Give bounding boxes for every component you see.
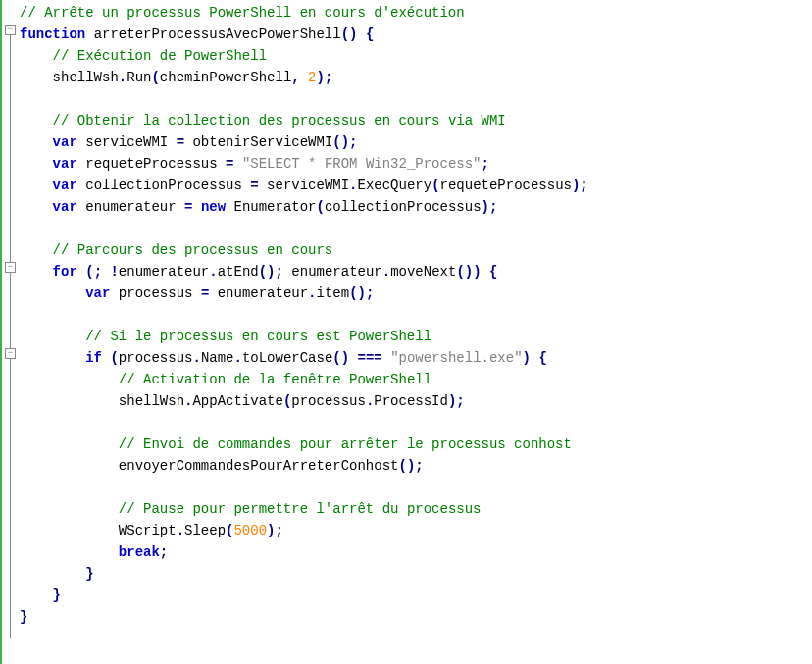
code-line: shellWsh.AppActivate(processus.ProcessId… <box>20 390 812 412</box>
code-line: if (processus.Name.toLowerCase() === "po… <box>20 347 812 369</box>
code-line: // Si le processus en cours est PowerShe… <box>20 326 812 347</box>
code-line: // Activation de la fenêtre PowerShell <box>20 369 812 390</box>
code-line: var enumerateur = new Enumerator(collect… <box>20 196 812 218</box>
fold-gutter: − − − <box>0 0 20 664</box>
code-line <box>20 88 812 110</box>
code-line <box>20 477 812 498</box>
code-content[interactable]: // Arrête un processus PowerShell en cou… <box>20 0 812 664</box>
code-line <box>20 304 812 326</box>
code-line: // Exécution de PowerShell <box>20 45 812 67</box>
code-line: function arreterProcessusAvecPowerShell(… <box>20 24 812 45</box>
code-line: // Envoi de commandes pour arrêter le pr… <box>20 434 812 455</box>
fold-toggle-function[interactable]: − <box>5 25 16 35</box>
code-line: break; <box>20 541 812 563</box>
code-line: var serviceWMI = obtenirServiceWMI(); <box>20 131 812 153</box>
fold-toggle-for[interactable]: − <box>5 262 16 273</box>
code-line: } <box>20 585 812 606</box>
code-line: } <box>20 563 812 585</box>
code-line: // Pause pour permettre l'arrêt du proce… <box>20 498 812 520</box>
code-line: var collectionProcessus = serviceWMI.Exe… <box>20 175 812 196</box>
code-line: for (; !enumerateur.atEnd(); enumerateur… <box>20 261 812 282</box>
code-line: var processus = enumerateur.item(); <box>20 282 812 304</box>
code-line: // Parcours des processus en cours <box>20 239 812 261</box>
code-line: var requeteProcessus = "SELECT * FROM Wi… <box>20 153 812 175</box>
fold-toggle-if[interactable]: − <box>5 348 16 359</box>
code-line: WScript.Sleep(5000); <box>20 520 812 541</box>
code-line: envoyerCommandesPourArreterConhost(); <box>20 455 812 477</box>
code-line: } <box>20 606 812 628</box>
code-line: // Obtenir la collection des processus e… <box>20 110 812 131</box>
code-line: // Arrête un processus PowerShell en cou… <box>20 2 812 24</box>
code-line <box>20 412 812 434</box>
code-line: shellWsh.Run(cheminPowerShell, 2); <box>20 67 812 88</box>
code-line <box>20 218 812 239</box>
code-editor: − − − // Arrête un processus PowerShell … <box>0 0 812 664</box>
